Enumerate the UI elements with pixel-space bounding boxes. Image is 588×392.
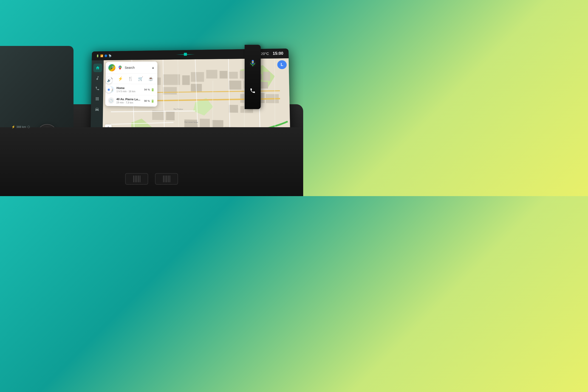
voice-icon — [249, 59, 257, 67]
svg-point-68 — [252, 61, 253, 62]
nav-home[interactable] — [93, 64, 102, 72]
recent-battery: 98 % 🔋 — [144, 99, 154, 103]
vent-area — [125, 173, 178, 185]
left-vent — [125, 173, 148, 185]
vent-slat — [136, 176, 137, 182]
signal-icon: 📶 — [100, 54, 103, 58]
status-left: 🔋 📶 🔵 📡 — [96, 54, 112, 57]
battery-full-icon-2: 🔋 — [151, 99, 154, 103]
category-cafe[interactable]: ☕ — [148, 76, 154, 82]
svg-rect-16 — [163, 87, 177, 94]
nav-music[interactable] — [93, 74, 102, 82]
home-battery: 94 % 🔋 — [144, 88, 154, 92]
svg-text:Rue Pasteur: Rue Pasteur — [174, 108, 184, 110]
phone-icon — [250, 88, 256, 94]
recent-dest-detail: 19 min · 7,9 km — [116, 101, 142, 104]
vent-slats-right — [163, 176, 170, 182]
right-side-panel — [244, 45, 261, 109]
status-icons: 🔋 📶 🔵 📡 — [96, 54, 112, 57]
status-right: 20°C 15:00 — [261, 51, 284, 56]
renault-indicator — [181, 52, 190, 57]
svg-rect-14 — [163, 74, 180, 85]
dash-bottom — [0, 127, 303, 196]
vent-slat — [135, 176, 136, 182]
vent-slat — [163, 176, 164, 182]
maps-overlay: 🎤 Search ▲ ⚙ ⚡ — [105, 62, 157, 106]
category-food[interactable]: 🍴 — [127, 76, 134, 82]
destination-recent[interactable]: 🕐 40 Av. Pierre Le... 19 min · 7,9 km 98… — [105, 95, 157, 106]
time-display: 15:00 — [273, 51, 283, 56]
vent-slat — [170, 176, 170, 182]
home-dest-name: Home — [116, 86, 142, 90]
svg-rect-27 — [152, 110, 164, 120]
svg-rect-28 — [166, 112, 175, 120]
range-display: ⚡ 388 km ⬡ — [12, 125, 30, 128]
vent-slat — [133, 176, 134, 182]
range-indicator: ⬡ — [27, 125, 30, 128]
chevron-up-icon[interactable]: ▲ — [151, 66, 154, 69]
category-electric[interactable]: ⚡ — [117, 76, 124, 82]
recent-dest-name: 40 Av. Pierre Le... — [116, 97, 142, 101]
bluetooth-icon: 🔵 — [104, 54, 107, 57]
home-dest-detail: 1 h 5 min · 16 km — [116, 90, 142, 93]
svg-rect-15 — [182, 75, 190, 85]
search-bar[interactable]: 🎤 Search ▲ — [106, 62, 157, 74]
vent-slat — [140, 176, 140, 182]
vent-slat — [166, 176, 167, 182]
svg-rect-10 — [206, 70, 218, 78]
search-text: Search — [125, 66, 149, 70]
nav-car[interactable] — [92, 105, 102, 114]
svg-rect-7 — [228, 80, 241, 89]
maps-logo-icon — [118, 65, 122, 70]
svg-rect-3 — [228, 72, 238, 78]
svg-rect-12 — [191, 72, 204, 82]
user-avatar[interactable]: L — [277, 60, 287, 69]
recent-dest-icon: 🕐 — [108, 97, 114, 104]
mic-button[interactable]: 🎤 — [108, 64, 116, 72]
svg-rect-22 — [229, 105, 238, 113]
mic-icon: 🎤 — [110, 66, 114, 70]
temperature-display: 20°C — [261, 52, 269, 56]
vent-slat — [165, 176, 166, 182]
recent-dest-info: 40 Av. Pierre Le... 19 min · 7,9 km — [116, 97, 142, 104]
wifi-icon: 📡 — [109, 54, 112, 57]
car-scene: POWER ◇ 🔋 📶 🔵 📡 — [0, 0, 303, 196]
phone-call-button[interactable] — [248, 86, 257, 95]
destination-home[interactable]: 🏠 Home 1 h 5 min · 16 km 94 % 🔋 — [106, 84, 157, 96]
range-value: 388 km — [16, 125, 26, 128]
nav-apps[interactable] — [93, 94, 102, 103]
nav-phone[interactable] — [93, 84, 102, 93]
category-row: ⚙ ⚡ 🍴 🛒 ☕ — [106, 74, 157, 84]
svg-rect-6 — [263, 72, 270, 81]
voice-assistant-button[interactable] — [248, 58, 257, 68]
right-vent — [155, 173, 178, 185]
category-shopping[interactable]: 🛒 — [137, 76, 144, 82]
vent-slats-left — [133, 176, 140, 182]
svg-rect-11 — [220, 71, 228, 78]
battery-full-icon: 🔋 — [151, 88, 154, 92]
vent-slat — [168, 176, 168, 182]
screen-wrapper: 🔋 📶 🔵 📡 20°C 15:00 — [44, 21, 251, 142]
range-icon: ⚡ — [12, 125, 15, 128]
home-dest-info: Home 1 h 5 min · 16 km — [116, 86, 142, 93]
vent-slat — [138, 176, 139, 182]
battery-icon: 🔋 — [96, 54, 99, 58]
